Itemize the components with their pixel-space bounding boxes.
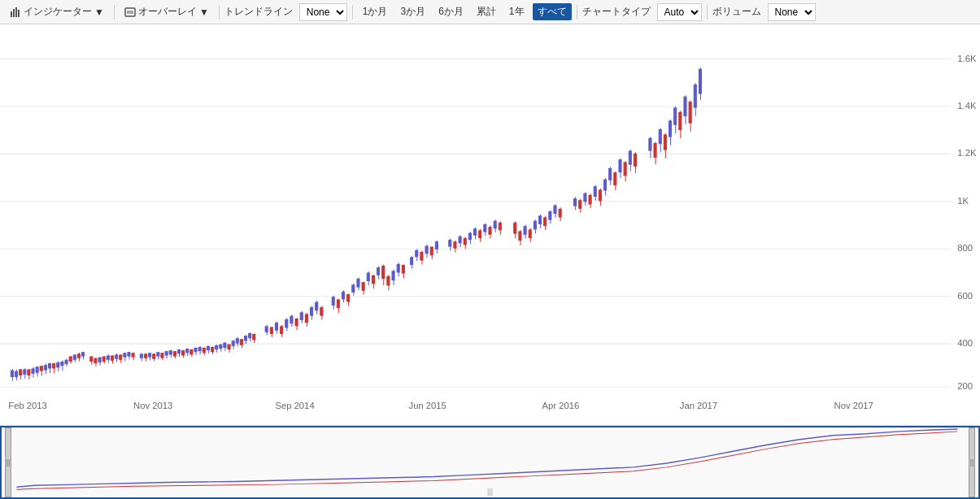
svg-rect-259: [629, 151, 631, 164]
svg-rect-261: [634, 154, 636, 166]
period-6m[interactable]: 6か月: [433, 3, 468, 20]
svg-rect-231: [549, 212, 551, 220]
y-label-1.6k: 1.6K: [957, 53, 977, 63]
svg-rect-161: [352, 285, 355, 293]
x-label-nov2013: Nov 2013: [133, 401, 172, 410]
svg-rect-81: [157, 353, 159, 356]
svg-rect-227: [538, 216, 541, 224]
period-cumulative[interactable]: 累計: [472, 3, 501, 20]
indicator-button[interactable]: インジケーター ▼: [5, 3, 109, 20]
svg-rect-175: [387, 276, 390, 285]
svg-rect-237: [574, 199, 577, 206]
svg-rect-197: [454, 242, 456, 248]
svg-rect-5: [127, 11, 133, 14]
svg-rect-271: [669, 121, 671, 137]
svg-rect-63: [115, 355, 118, 358]
svg-rect-141: [295, 319, 298, 326]
x-label-jan2017: Jan 2017: [680, 401, 717, 410]
svg-rect-3: [18, 10, 20, 17]
svg-rect-95: [186, 349, 189, 353]
svg-rect-87: [169, 351, 172, 354]
svg-rect-225: [534, 221, 536, 229]
toolbar: インジケーター ▼ オーバーレイ ▼ トレンドライン None 1か月 3か月 …: [0, 0, 980, 24]
period-3m[interactable]: 3か月: [395, 3, 430, 20]
svg-rect-243: [589, 195, 591, 204]
svg-rect-257: [624, 163, 626, 176]
candle-group: [11, 67, 701, 381]
svg-rect-29: [40, 367, 42, 371]
overlay-button[interactable]: オーバーレイ ▼: [120, 3, 214, 20]
svg-rect-107: [211, 347, 213, 351]
x-label-nov2017: Nov 2017: [834, 401, 873, 410]
navigator[interactable]: || || |||: [0, 426, 980, 499]
svg-rect-171: [377, 268, 380, 276]
svg-rect-91: [177, 350, 180, 354]
svg-rect-77: [149, 354, 151, 357]
svg-rect-247: [599, 190, 601, 201]
volume-select[interactable]: None: [768, 3, 816, 21]
x-label-jun2015: Jun 2015: [409, 401, 446, 410]
period-1m[interactable]: 1か月: [358, 3, 393, 20]
y-label-400: 400: [957, 338, 973, 348]
svg-rect-267: [659, 130, 661, 144]
main-chart[interactable]: 1.6K 1.4K 1.2K 1K 800 600 400 200 Feb 20…: [0, 24, 980, 426]
divider-4: [577, 5, 577, 20]
svg-rect-215: [499, 223, 501, 230]
svg-rect-53: [94, 358, 97, 362]
scroll-indicator[interactable]: |||: [487, 488, 493, 496]
chart-type-select[interactable]: Auto: [657, 3, 702, 21]
svg-rect-251: [609, 168, 612, 180]
svg-rect-113: [224, 343, 226, 347]
main-chart-svg: 1.6K 1.4K 1.2K 1K 800 600 400 200 Feb 20…: [0, 24, 980, 425]
y-label-200: 200: [957, 381, 973, 391]
svg-rect-241: [584, 193, 586, 202]
svg-rect-117: [232, 341, 234, 345]
svg-rect-115: [228, 345, 230, 349]
period-1y[interactable]: 1年: [504, 3, 529, 20]
divider-3: [352, 5, 353, 20]
svg-rect-283: [699, 69, 701, 93]
svg-rect-149: [316, 302, 318, 310]
svg-rect-263: [649, 138, 651, 150]
svg-rect-269: [664, 135, 666, 150]
divider-5: [707, 5, 708, 20]
svg-rect-223: [529, 230, 531, 238]
svg-rect-119: [236, 339, 238, 343]
svg-rect-101: [198, 347, 201, 350]
svg-rect-145: [305, 315, 307, 323]
y-label-1.2k: 1.2K: [957, 148, 977, 158]
svg-rect-41: [65, 360, 68, 363]
svg-rect-159: [347, 295, 350, 302]
svg-rect-179: [397, 264, 399, 272]
period-all[interactable]: すべて: [533, 3, 572, 20]
svg-rect-1: [13, 9, 15, 17]
svg-rect-57: [102, 357, 105, 361]
svg-rect-59: [107, 356, 109, 359]
svg-rect-27: [36, 367, 38, 372]
trendline-select[interactable]: None: [299, 3, 347, 21]
svg-rect-275: [679, 112, 682, 129]
svg-rect-19: [20, 370, 22, 375]
svg-rect-89: [173, 352, 176, 356]
svg-rect-23: [28, 370, 30, 375]
svg-rect-209: [484, 225, 486, 232]
svg-rect-187: [420, 253, 423, 261]
svg-rect-37: [57, 363, 59, 367]
svg-rect-97: [190, 350, 193, 354]
svg-rect-155: [337, 300, 339, 308]
svg-rect-123: [244, 336, 246, 341]
svg-rect-25: [32, 369, 34, 373]
svg-rect-15: [11, 371, 13, 376]
svg-rect-245: [594, 187, 596, 197]
svg-rect-67: [124, 354, 126, 357]
svg-rect-169: [372, 276, 374, 284]
svg-rect-47: [77, 354, 80, 358]
svg-rect-277: [684, 97, 686, 115]
svg-rect-249: [603, 180, 606, 190]
y-label-800: 800: [957, 243, 973, 253]
svg-rect-189: [425, 246, 428, 254]
overlay-icon: [124, 7, 136, 18]
overlay-label: オーバーレイ: [138, 5, 197, 19]
svg-rect-193: [435, 242, 438, 250]
svg-rect-219: [519, 232, 521, 241]
